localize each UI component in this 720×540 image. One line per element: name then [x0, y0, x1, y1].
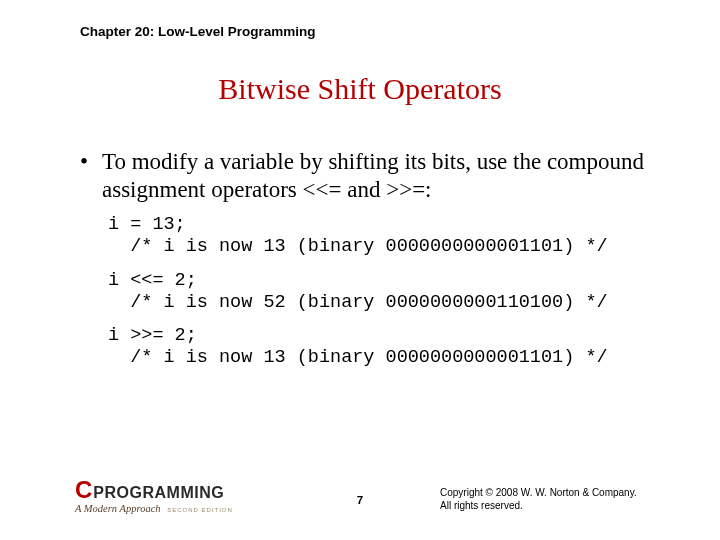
code-block: i >>= 2; /* i is now 13 (binary 00000000…: [108, 325, 660, 369]
copyright: Copyright © 2008 W. W. Norton & Company.…: [440, 487, 660, 512]
bullet-dot: •: [80, 148, 102, 204]
slide-title: Bitwise Shift Operators: [0, 72, 720, 106]
code-block: i = 13; /* i is now 13 (binary 000000000…: [108, 214, 660, 258]
footer: C PROGRAMMING A Modern Approach SECOND E…: [0, 474, 720, 514]
logo-edition: SECOND EDITION: [167, 507, 233, 513]
chapter-heading: Chapter 20: Low-Level Programming: [80, 24, 316, 39]
bullet-text: To modify a variable by shifting its bit…: [102, 148, 660, 204]
copyright-line-1: Copyright © 2008 W. W. Norton & Company.: [440, 487, 660, 500]
copyright-line-2: All rights reserved.: [440, 500, 660, 513]
slide-body: • To modify a variable by shifting its b…: [80, 148, 660, 381]
bullet-item: • To modify a variable by shifting its b…: [80, 148, 660, 204]
code-block: i <<= 2; /* i is now 52 (binary 00000000…: [108, 270, 660, 314]
